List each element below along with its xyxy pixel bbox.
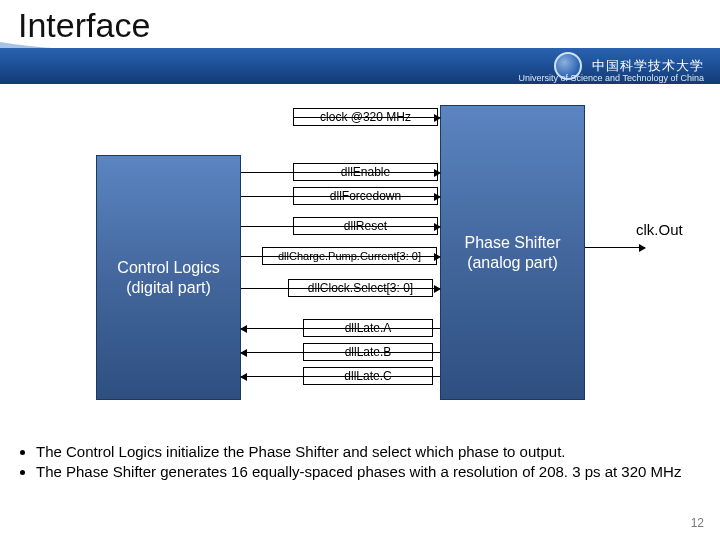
bullet-2: The Phase Shifter generates 16 equally-s… bbox=[36, 462, 698, 482]
arrow-enable bbox=[241, 172, 440, 173]
clkout-label: clk.Out bbox=[636, 221, 683, 238]
arrow-clock bbox=[293, 117, 440, 118]
arrow-reset bbox=[241, 226, 440, 227]
control-logics-label: Control Logics (digital part) bbox=[117, 258, 219, 298]
phase-shifter-block: Phase Shifter (analog part) bbox=[440, 105, 585, 400]
arrow-lateB bbox=[241, 352, 440, 353]
slide-title: Interface bbox=[18, 6, 150, 45]
arrow-lateA bbox=[241, 328, 440, 329]
control-logics-block: Control Logics (digital part) bbox=[96, 155, 241, 400]
bullet-1: The Control Logics initialize the Phase … bbox=[36, 442, 698, 462]
arrow-lateC bbox=[241, 376, 440, 377]
phase-shifter-label: Phase Shifter (analog part) bbox=[464, 233, 560, 273]
page-number: 12 bbox=[691, 516, 704, 530]
arrow-clkout bbox=[585, 247, 645, 248]
arrow-clocksel bbox=[241, 288, 440, 289]
arrow-forcedown bbox=[241, 196, 440, 197]
university-name-en: University of Science and Technology of … bbox=[519, 73, 704, 83]
interface-diagram: Control Logics (digital part) Phase Shif… bbox=[0, 95, 720, 450]
arrow-chargepump bbox=[241, 256, 440, 257]
bullet-list: The Control Logics initialize the Phase … bbox=[22, 442, 698, 481]
slide-header: Interface 中国科学技术大学 University of Science… bbox=[0, 0, 720, 86]
